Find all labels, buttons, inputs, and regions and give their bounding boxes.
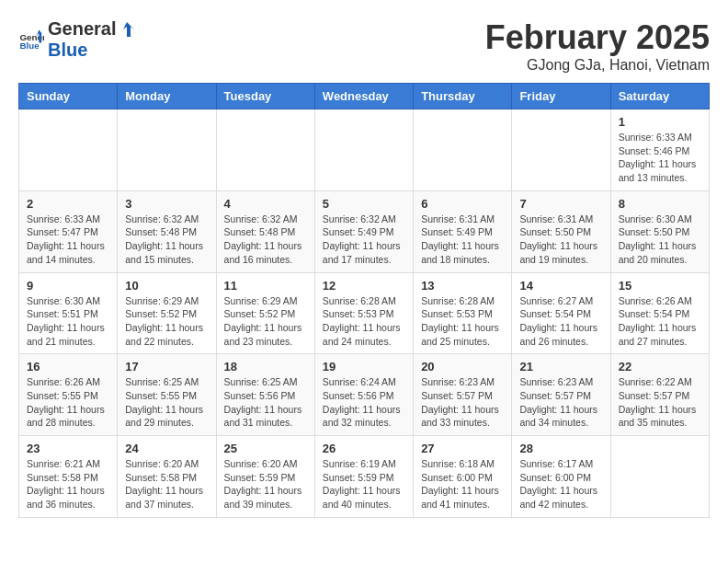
calendar-day-cell: 26Sunrise: 6:19 AM Sunset: 5:59 PM Dayli… [314, 436, 413, 518]
calendar-day-cell: 24Sunrise: 6:20 AM Sunset: 5:58 PM Dayli… [118, 436, 216, 518]
day-number: 22 [619, 360, 701, 373]
day-number: 23 [27, 442, 109, 455]
day-number: 6 [421, 197, 504, 211]
day-info: Sunrise: 6:18 AM Sunset: 6:00 PM Dayligh… [421, 457, 504, 511]
calendar-day-cell: 23Sunrise: 6:21 AM Sunset: 5:58 PM Dayli… [19, 436, 118, 518]
calendar-day-cell: 3Sunrise: 6:32 AM Sunset: 5:48 PM Daylig… [118, 190, 216, 272]
weekday-header-row: SundayMondayTuesdayWednesdayThursdayFrid… [19, 84, 710, 109]
day-info: Sunrise: 6:30 AM Sunset: 5:51 PM Dayligh… [27, 294, 109, 349]
calendar-day-cell [414, 109, 512, 191]
day-info: Sunrise: 6:21 AM Sunset: 5:58 PM Dayligh… [27, 457, 109, 511]
day-info: Sunrise: 6:17 AM Sunset: 6:00 PM Dayligh… [519, 457, 602, 511]
day-info: Sunrise: 6:28 AM Sunset: 5:53 PM Dayligh… [421, 294, 504, 349]
calendar-day-cell: 4Sunrise: 6:32 AM Sunset: 5:48 PM Daylig… [216, 190, 314, 272]
day-number: 18 [224, 360, 307, 373]
day-info: Sunrise: 6:22 AM Sunset: 5:57 PM Dayligh… [619, 375, 701, 430]
day-info: Sunrise: 6:29 AM Sunset: 5:52 PM Dayligh… [224, 294, 307, 349]
calendar-day-cell [610, 436, 709, 518]
day-number: 7 [519, 197, 602, 211]
calendar-day-cell: 6Sunrise: 6:31 AM Sunset: 5:49 PM Daylig… [414, 190, 512, 272]
day-number: 15 [619, 279, 701, 293]
day-number: 26 [323, 442, 405, 455]
day-number: 24 [125, 442, 208, 455]
svg-text:Blue: Blue [19, 40, 40, 51]
calendar-day-cell: 2Sunrise: 6:33 AM Sunset: 5:47 PM Daylig… [19, 190, 118, 272]
calendar-week-row: 16Sunrise: 6:26 AM Sunset: 5:55 PM Dayli… [19, 354, 710, 436]
day-number: 8 [619, 197, 701, 211]
day-info: Sunrise: 6:31 AM Sunset: 5:50 PM Dayligh… [519, 213, 602, 267]
title-section: February 2025 GJong GJa, Hanoi, Vietnam [485, 18, 710, 74]
calendar-day-cell: 13Sunrise: 6:28 AM Sunset: 5:53 PM Dayli… [414, 272, 512, 354]
weekday-header-tuesday: Tuesday [216, 84, 314, 109]
logo-bird-icon [118, 20, 136, 39]
svg-marker-3 [123, 22, 134, 37]
day-info: Sunrise: 6:25 AM Sunset: 5:56 PM Dayligh… [224, 375, 307, 430]
calendar-day-cell: 12Sunrise: 6:28 AM Sunset: 5:53 PM Dayli… [314, 272, 413, 354]
calendar-day-cell: 15Sunrise: 6:26 AM Sunset: 5:54 PM Dayli… [610, 272, 709, 354]
calendar-day-cell: 19Sunrise: 6:24 AM Sunset: 5:56 PM Dayli… [314, 354, 413, 436]
day-info: Sunrise: 6:33 AM Sunset: 5:46 PM Dayligh… [619, 131, 701, 185]
calendar-day-cell: 17Sunrise: 6:25 AM Sunset: 5:55 PM Dayli… [118, 354, 216, 436]
day-info: Sunrise: 6:19 AM Sunset: 5:59 PM Dayligh… [323, 457, 405, 511]
calendar-table: SundayMondayTuesdayWednesdayThursdayFrid… [18, 83, 710, 518]
calendar-day-cell: 7Sunrise: 6:31 AM Sunset: 5:50 PM Daylig… [512, 190, 610, 272]
calendar-day-cell: 27Sunrise: 6:18 AM Sunset: 6:00 PM Dayli… [414, 436, 512, 518]
weekday-header-monday: Monday [118, 84, 216, 109]
calendar-day-cell [118, 109, 216, 191]
day-info: Sunrise: 6:24 AM Sunset: 5:56 PM Dayligh… [323, 375, 405, 430]
calendar-day-cell [512, 109, 610, 191]
calendar-day-cell: 22Sunrise: 6:22 AM Sunset: 5:57 PM Dayli… [610, 354, 709, 436]
day-info: Sunrise: 6:28 AM Sunset: 5:53 PM Dayligh… [323, 294, 405, 349]
day-number: 4 [224, 197, 307, 211]
day-info: Sunrise: 6:30 AM Sunset: 5:50 PM Dayligh… [619, 213, 701, 267]
day-number: 27 [421, 442, 504, 455]
day-info: Sunrise: 6:26 AM Sunset: 5:54 PM Dayligh… [619, 294, 701, 349]
calendar-day-cell: 20Sunrise: 6:23 AM Sunset: 5:57 PM Dayli… [414, 354, 512, 436]
logo-general: General [48, 18, 116, 40]
day-info: Sunrise: 6:32 AM Sunset: 5:48 PM Dayligh… [125, 213, 208, 267]
day-number: 20 [421, 360, 504, 373]
day-info: Sunrise: 6:20 AM Sunset: 5:58 PM Dayligh… [125, 457, 208, 511]
day-number: 25 [224, 442, 307, 455]
day-number: 2 [27, 197, 109, 211]
calendar-day-cell [216, 109, 314, 191]
calendar-day-cell: 16Sunrise: 6:26 AM Sunset: 5:55 PM Dayli… [19, 354, 118, 436]
calendar-day-cell [314, 109, 413, 191]
calendar-day-cell: 28Sunrise: 6:17 AM Sunset: 6:00 PM Dayli… [512, 436, 610, 518]
day-info: Sunrise: 6:29 AM Sunset: 5:52 PM Dayligh… [125, 294, 208, 349]
location-subtitle: GJong GJa, Hanoi, Vietnam [485, 57, 710, 74]
logo: General Blue General Blue [18, 18, 136, 61]
day-number: 21 [519, 360, 602, 373]
calendar-week-row: 1Sunrise: 6:33 AM Sunset: 5:46 PM Daylig… [19, 109, 710, 191]
day-info: Sunrise: 6:23 AM Sunset: 5:57 PM Dayligh… [519, 375, 602, 430]
calendar-day-cell: 9Sunrise: 6:30 AM Sunset: 5:51 PM Daylig… [19, 272, 118, 354]
day-info: Sunrise: 6:26 AM Sunset: 5:55 PM Dayligh… [27, 375, 109, 430]
day-number: 11 [224, 279, 307, 293]
day-number: 5 [323, 197, 405, 211]
day-number: 19 [323, 360, 405, 373]
calendar-week-row: 9Sunrise: 6:30 AM Sunset: 5:51 PM Daylig… [19, 272, 710, 354]
day-number: 9 [27, 279, 109, 293]
calendar-day-cell: 14Sunrise: 6:27 AM Sunset: 5:54 PM Dayli… [512, 272, 610, 354]
weekday-header-wednesday: Wednesday [314, 84, 413, 109]
day-number: 17 [125, 360, 208, 373]
day-number: 3 [125, 197, 208, 211]
day-info: Sunrise: 6:23 AM Sunset: 5:57 PM Dayligh… [421, 375, 504, 430]
day-info: Sunrise: 6:20 AM Sunset: 5:59 PM Dayligh… [224, 457, 307, 511]
day-number: 1 [619, 115, 701, 129]
day-info: Sunrise: 6:32 AM Sunset: 5:49 PM Dayligh… [323, 213, 405, 267]
day-info: Sunrise: 6:31 AM Sunset: 5:49 PM Dayligh… [421, 213, 504, 267]
calendar-day-cell: 10Sunrise: 6:29 AM Sunset: 5:52 PM Dayli… [118, 272, 216, 354]
day-number: 16 [27, 360, 109, 373]
calendar-day-cell: 8Sunrise: 6:30 AM Sunset: 5:50 PM Daylig… [610, 190, 709, 272]
day-number: 14 [519, 279, 602, 293]
calendar-day-cell: 18Sunrise: 6:25 AM Sunset: 5:56 PM Dayli… [216, 354, 314, 436]
weekday-header-saturday: Saturday [610, 84, 709, 109]
month-year-title: February 2025 [485, 18, 710, 57]
calendar-week-row: 2Sunrise: 6:33 AM Sunset: 5:47 PM Daylig… [19, 190, 710, 272]
logo-blue: Blue [48, 40, 87, 60]
calendar-day-cell [19, 109, 118, 191]
page-header: General Blue General Blue February 2025 … [18, 18, 710, 74]
calendar-day-cell: 1Sunrise: 6:33 AM Sunset: 5:46 PM Daylig… [610, 109, 709, 191]
weekday-header-friday: Friday [512, 84, 610, 109]
